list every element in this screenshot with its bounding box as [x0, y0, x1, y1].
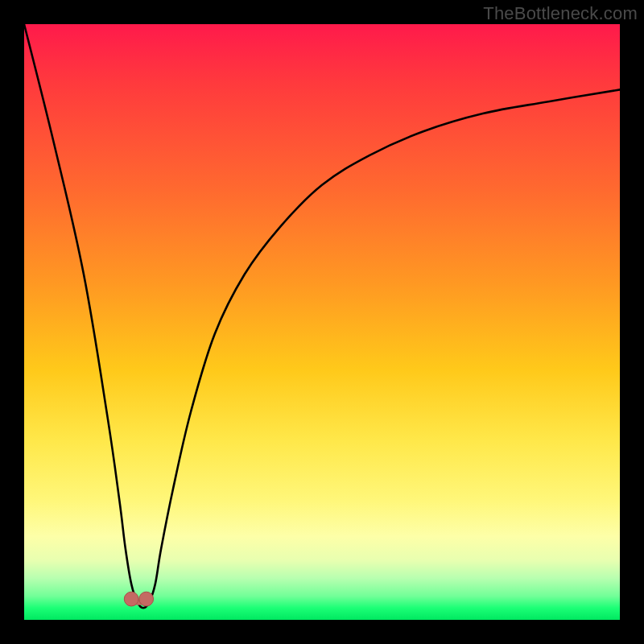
watermark-text: TheBottleneck.com — [483, 3, 638, 24]
curve-svg — [24, 24, 620, 620]
chart-container: TheBottleneck.com — [0, 0, 644, 644]
plot-area — [24, 24, 620, 620]
curve-marker — [139, 592, 154, 606]
bottleneck-curve — [24, 24, 620, 608]
curve-marker — [124, 592, 138, 606]
